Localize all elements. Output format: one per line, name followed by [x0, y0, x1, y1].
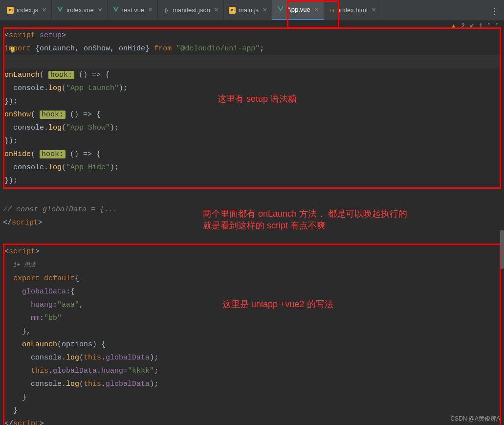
code-line: <script setup> — [4, 29, 500, 42]
json-icon: {} — [163, 7, 170, 14]
code-line: onHide( hook: () => { — [4, 148, 500, 161]
html-icon: ◫ — [329, 7, 336, 14]
code-line: </script> — [4, 417, 500, 425]
code-line: onShow( hook: () => { — [4, 108, 500, 121]
close-icon[interactable]: ✕ — [314, 6, 319, 13]
code-line: } — [4, 404, 500, 417]
close-icon[interactable]: ✕ — [372, 7, 376, 13]
js-icon: JS — [7, 7, 14, 14]
annotation-box-vue2: <script> 1+ 用法 export default{ globalDat… — [3, 244, 501, 425]
code-line: console.log(this.globalData); — [4, 351, 500, 364]
more-menu-icon[interactable]: ⋮ — [490, 6, 499, 17]
code-line: }); — [4, 134, 500, 148]
code-line: this.globalData.huang="kkkk"; — [4, 364, 500, 378]
tab-main-js[interactable]: JS main.js ✕ — [224, 0, 272, 20]
tab-label: manifest.json — [173, 6, 210, 14]
close-icon[interactable]: ✕ — [214, 7, 219, 13]
tab-label: main.js — [239, 6, 259, 14]
close-icon[interactable]: ✕ — [98, 7, 102, 13]
tab-index-vue[interactable]: index.vue ✕ — [52, 0, 108, 20]
code-line: export default{ — [4, 272, 500, 285]
code-line: <script> — [4, 245, 500, 258]
code-line: console.log("App Show"); — [4, 121, 500, 134]
annotation-box-setup: <script setup> import {onLaunch, onShow,… — [3, 27, 501, 189]
code-line: }); — [4, 95, 500, 108]
code-line: }); — [4, 174, 500, 187]
close-icon[interactable]: ✕ — [148, 7, 153, 13]
tab-index-html[interactable]: ◫ index.html ✕ — [324, 0, 381, 20]
tab-test-vue[interactable]: test.vue ✕ — [108, 0, 158, 20]
code-line: console.log(this.globalData); — [4, 378, 500, 391]
tab-label: index.html — [339, 6, 368, 14]
code-line: 1+ 用法 — [4, 258, 500, 272]
code-line: // const globalData = {... — [3, 203, 501, 216]
code-line: import {onLaunch, onShow, onHide} from "… — [4, 42, 500, 55]
code-line: huang:"aaa", — [4, 298, 500, 312]
scrollbar-thumb[interactable] — [500, 230, 504, 269]
tab-index-js[interactable]: JS index.js ✕ — [2, 0, 52, 20]
code-line: mm:"bb" — [4, 312, 500, 325]
js-icon: JS — [229, 7, 236, 14]
vue-icon — [112, 6, 119, 14]
code-line: }, — [4, 325, 500, 338]
code-line: onLaunch( hook: () => { — [4, 68, 500, 82]
vue-icon — [277, 5, 284, 14]
code-line: onLaunch(options) { — [4, 338, 500, 351]
code-line — [3, 190, 501, 203]
code-line: </script> — [3, 216, 501, 229]
code-line: globalData:{ — [4, 285, 500, 298]
tab-label: App.vue — [287, 6, 310, 13]
code-line — [3, 229, 501, 243]
code-line: console.log("App Hide"); — [4, 161, 500, 174]
tab-label: test.vue — [122, 6, 145, 14]
close-icon[interactable]: ✕ — [42, 7, 46, 13]
code-line: console.log("App Launch"); — [4, 82, 500, 95]
tab-bar: JS index.js ✕ index.vue ✕ test.vue ✕ {} … — [0, 0, 504, 21]
tab-app-vue[interactable]: App.vue ✕ — [272, 0, 324, 20]
code-editor[interactable]: <script setup> import {onLaunch, onShow,… — [0, 21, 504, 425]
tab-label: index.js — [17, 6, 38, 14]
code-line: } — [4, 391, 500, 404]
vue-icon — [57, 6, 64, 14]
tab-manifest-json[interactable]: {} manifest.json ✕ — [158, 0, 224, 20]
close-icon[interactable]: ✕ — [263, 7, 267, 13]
code-line-active — [4, 55, 500, 68]
tab-label: index.vue — [66, 6, 94, 14]
